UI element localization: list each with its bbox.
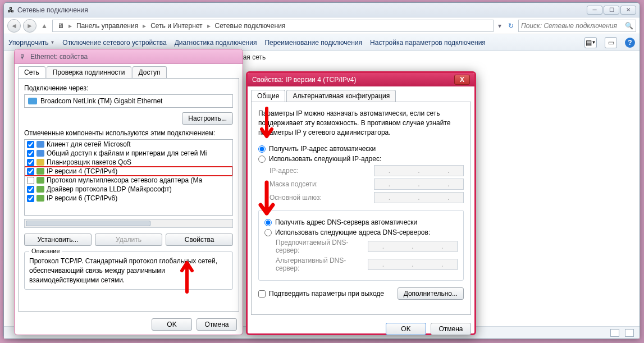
ip-auto-radio-row[interactable]: Получить IP-адрес автоматически: [258, 145, 464, 153]
ipv4-properties-dialog: Свойства: IP версии 4 (TCP/IPv4) X Общие…: [246, 71, 476, 335]
help-button[interactable]: ?: [625, 38, 635, 48]
eth-ok-button[interactable]: OK: [152, 318, 192, 331]
breadcrumb-item[interactable]: Сеть и Интернет: [148, 22, 204, 30]
breadcrumb-item[interactable]: Сетевые подключения: [213, 22, 288, 30]
connection-settings-button[interactable]: Настройка параметров подключения: [370, 39, 486, 47]
eth-tab-body: Подключение через: Broadcom NetLink (TM)…: [18, 78, 239, 312]
components-list[interactable]: Клиент для сетей Microsoft Общий доступ …: [24, 139, 233, 216]
properties-button[interactable]: Свойства: [166, 234, 233, 246]
ipv4-dialog-title: Свойства: IP версии 4 (TCP/IPv4) X: [248, 73, 474, 86]
search-input[interactable]: [521, 22, 625, 30]
connect-via-label: Подключение через:: [24, 84, 233, 92]
subnet-mask-input: ...: [374, 179, 464, 190]
ip-address-label: IP-адрес:: [270, 167, 374, 175]
tab-authentication[interactable]: Проверка подлинности: [47, 66, 131, 78]
dns-alt-input: ...: [368, 259, 458, 270]
tab-access[interactable]: Доступ: [133, 66, 167, 78]
ethernet-properties-dialog: 🎙 Ethernet: свойства Сеть Проверка подли…: [14, 49, 243, 335]
tab-network[interactable]: Сеть: [18, 66, 45, 78]
scroll-thumb[interactable]: [26, 221, 150, 226]
install-button[interactable]: Установить...: [24, 234, 92, 246]
view-icon-2[interactable]: [625, 329, 634, 337]
network-icon: 🖧: [7, 6, 14, 14]
description-group: Описание Протокол TCP/IP. Стандартный пр…: [24, 251, 233, 290]
subnet-mask-label: Маска подсети:: [270, 180, 374, 188]
dns-pref-label: Предпочитаемый DNS-сервер:: [276, 239, 368, 254]
adapter-field[interactable]: Broadcom NetLink (TM) Gigabit Ethernet: [24, 94, 233, 108]
ip-address-input: ...: [374, 165, 464, 176]
rename-button[interactable]: Переименование подключения: [264, 39, 362, 47]
eth-dialog-title: 🎙 Ethernet: свойства: [15, 49, 243, 64]
component-item[interactable]: Протокол мультиплексора сетевого адаптер…: [25, 176, 232, 185]
component-item[interactable]: Клиент для сетей Microsoft: [25, 140, 232, 149]
ipv4-cancel-button[interactable]: Отмена: [431, 323, 471, 335]
adapter-icon: 🎙: [19, 53, 27, 61]
forward-button[interactable]: ►: [23, 19, 36, 33]
uninstall-button[interactable]: Удалить: [95, 234, 162, 246]
ip-manual-radio-row[interactable]: Использовать следующий IP-адрес:: [258, 155, 464, 163]
description-text: Протокол TCP/IP. Стандартный протокол гл…: [29, 257, 228, 285]
components-label: Отмеченные компоненты используются этим …: [24, 129, 233, 137]
minimize-button[interactable]: ─: [587, 6, 602, 15]
details-pane-button[interactable]: ▭: [605, 37, 617, 48]
search-icon[interactable]: 🔍: [625, 22, 633, 30]
adapter-net-icon: [28, 98, 37, 104]
ipv4-info-text: Параметры IP можно назначать автоматичес…: [258, 109, 464, 137]
horizontal-scrollbar[interactable]: [24, 219, 233, 228]
component-item[interactable]: Планировщик пакетов QoS: [25, 158, 232, 167]
refresh-icon[interactable]: ↻: [506, 22, 516, 30]
ipv4-ok-button[interactable]: OK: [386, 323, 426, 335]
organize-menu[interactable]: Упорядочить▼: [8, 39, 54, 47]
ip-manual-radio[interactable]: [258, 156, 266, 163]
component-item[interactable]: Драйвер протокола LLDP (Майкрософт): [25, 185, 232, 194]
ip-auto-radio[interactable]: [258, 145, 266, 153]
dns-pref-input: ...: [368, 241, 458, 252]
window-title: Сетевые подключения: [17, 6, 587, 14]
validate-checkbox[interactable]: [258, 290, 266, 298]
adapter-name: Broadcom NetLink (TM) Gigabit Ethernet: [40, 97, 162, 105]
component-item[interactable]: Общий доступ к файлам и принтерам для се…: [25, 149, 232, 158]
eth-tabs: Сеть Проверка подлинности Доступ: [15, 64, 243, 78]
breadcrumb[interactable]: 🖥▸ Панель управления▸ Сеть и Интернет▸ С…: [52, 20, 494, 32]
dns-manual-radio[interactable]: [264, 229, 272, 236]
tab-alternate-config[interactable]: Альтернативная конфигурация: [286, 90, 396, 102]
description-title: Описание: [29, 248, 62, 254]
main-titlebar: 🖧 Сетевые подключения ─ ☐ ✕: [4, 3, 640, 17]
view-menu[interactable]: ▤▼: [584, 37, 597, 48]
validate-checkbox-row[interactable]: Подтвердить параметры при выходе: [258, 290, 398, 298]
view-icon-1[interactable]: [610, 329, 619, 337]
dns-manual-radio-row[interactable]: Использовать следующие адреса DNS-сервер…: [264, 228, 458, 236]
back-button[interactable]: ◄: [7, 19, 21, 33]
breadcrumb-item[interactable]: Панель управления: [74, 22, 140, 30]
gateway-label: Основной шлюз:: [270, 194, 374, 202]
ipv4-close-button[interactable]: X: [454, 75, 470, 85]
dns-alt-label: Альтернативный DNS-сервер:: [276, 257, 368, 272]
dns-auto-radio[interactable]: [264, 219, 272, 226]
folder-icon: 🖥: [55, 22, 66, 30]
up-button[interactable]: ▲: [39, 22, 50, 30]
maximize-button[interactable]: ☐: [604, 6, 619, 15]
dropdown-icon[interactable]: ▾: [496, 22, 504, 30]
advanced-button[interactable]: Дополнительно...: [398, 287, 464, 300]
close-button[interactable]: ✕: [620, 6, 636, 15]
ipv4-panel: Параметры IP можно назначать автоматичес…: [251, 102, 471, 315]
dns-auto-radio-row[interactable]: Получить адрес DNS-сервера автоматически: [264, 218, 458, 226]
configure-button[interactable]: Настроить...: [182, 112, 233, 125]
component-item[interactable]: IP версии 6 (TCP/IPv6): [25, 194, 232, 203]
eth-cancel-button[interactable]: Отмена: [197, 318, 237, 331]
component-item-ipv4[interactable]: IP версии 4 (TCP/IPv4): [25, 167, 232, 176]
diagnose-button[interactable]: Диагностика подключения: [175, 39, 257, 47]
address-bar-row: ◄ ► ▲ 🖥▸ Панель управления▸ Сеть и Интер…: [4, 17, 640, 34]
tab-general[interactable]: Общие: [251, 90, 285, 102]
search-box[interactable]: 🔍: [518, 20, 636, 32]
disable-device-button[interactable]: Отключение сетевого устройства: [62, 39, 166, 47]
dns-group: Получить адрес DNS-сервера автоматически…: [258, 210, 464, 281]
gateway-input: ...: [374, 192, 464, 203]
ipv4-tabs: Общие Альтернативная конфигурация: [251, 90, 471, 102]
